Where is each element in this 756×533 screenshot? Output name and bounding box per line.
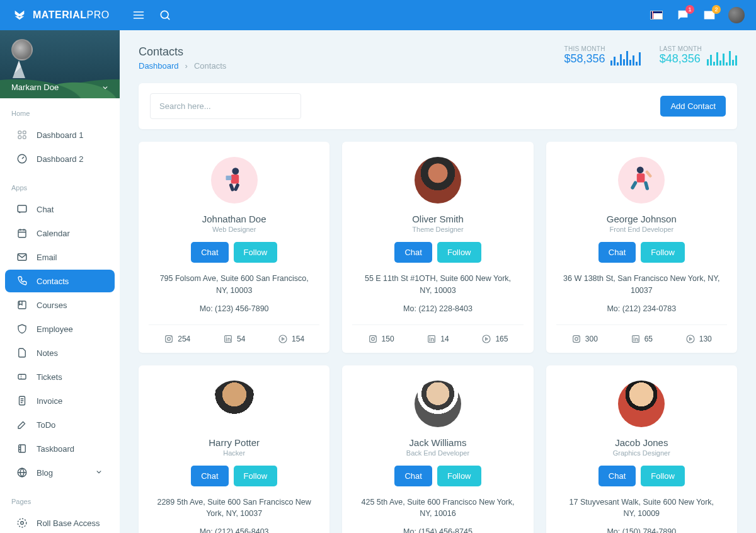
contact-stats: 300 65 130 (556, 324, 727, 353)
search-icon (159, 9, 171, 21)
follow-button[interactable]: Follow (641, 466, 685, 486)
language-selector[interactable] (649, 8, 664, 23)
menu-toggle[interactable] (131, 8, 146, 23)
follow-button[interactable]: Follow (437, 242, 481, 263)
hero-avatar[interactable] (11, 39, 33, 60)
stat-label: LAST MONTH (660, 45, 702, 52)
chevron-down-icon (94, 467, 103, 478)
phone-icon (16, 275, 28, 287)
sidebar-item-invoice[interactable]: Invoice (5, 389, 115, 412)
contact-avatar (211, 157, 258, 203)
mail-badge: 2 (712, 5, 721, 14)
mail-button[interactable]: 2 (702, 8, 717, 23)
svg-point-22 (232, 168, 239, 175)
instagram-icon (571, 334, 581, 344)
chat-button[interactable]: Chat (191, 242, 228, 263)
hero-user-dropdown[interactable]: Markarn Doe (11, 83, 110, 92)
contact-name: George Johnson (556, 214, 727, 224)
sidebar-item-taskboard[interactable]: Taskboard (5, 437, 115, 460)
follow-button[interactable]: Follow (437, 466, 481, 486)
sidebar-item-notes[interactable]: Notes (5, 341, 115, 364)
sidebar-item-chat[interactable]: Chat (5, 198, 115, 221)
contact-name: Harry Potter (149, 437, 319, 448)
flag-uk-icon (650, 11, 663, 20)
stat-last-month: LAST MONTH $48,356 (660, 45, 737, 66)
nav-label: Chat (37, 205, 54, 214)
brand-name: MATERIAL (33, 9, 86, 20)
svg-rect-31 (645, 170, 653, 178)
nav-label: Blog (37, 468, 53, 478)
chat-button[interactable]: Chat (394, 242, 432, 263)
search-toggle[interactable] (158, 8, 173, 23)
contact-phone: Mo: (150) 784-7890 (556, 527, 727, 533)
layers-icon (16, 443, 28, 454)
stat-instagram: 254 (149, 325, 205, 353)
messages-badge: 1 (685, 5, 694, 14)
instagram-icon (164, 334, 174, 344)
contact-role: Graphics Designer (556, 449, 727, 457)
sidebar-item-calendar[interactable]: Calendar (5, 222, 115, 244)
youtube-icon (685, 334, 696, 344)
add-contact-button[interactable]: Add Contact (660, 96, 726, 117)
shield-icon (16, 323, 28, 335)
follow-button[interactable]: Follow (641, 242, 685, 263)
sidebar: Markarn Doe HomeDashboard 1Dashboard 2Ap… (0, 30, 120, 533)
svg-rect-26 (226, 176, 231, 180)
chat-button[interactable]: Chat (394, 466, 432, 486)
chat-button[interactable]: Chat (598, 466, 636, 486)
sidebar-item-roll-base-access[interactable]: Roll Base Access (5, 512, 115, 533)
nav-label: Dashboard 2 (37, 154, 83, 164)
contact-stats: 150 14 165 (352, 324, 523, 353)
breadcrumb-link[interactable]: Dashboard (139, 61, 179, 71)
sidebar-item-dashboard-1[interactable]: Dashboard 1 (5, 123, 115, 146)
svg-rect-28 (637, 173, 645, 182)
contact-name: Jack Williams (352, 437, 523, 448)
nav-label: Tickets (37, 372, 62, 382)
stat-value: $48,356 (660, 52, 702, 66)
sparkline-icon (707, 49, 737, 66)
nav-heading: Apps (0, 179, 120, 197)
linkedin-icon (223, 334, 233, 344)
nav-label: Courses (37, 301, 67, 310)
nav-label: Calendar (37, 229, 70, 238)
youtube-icon (278, 334, 288, 344)
linkedin-icon (631, 334, 641, 344)
contact-name: Jacob Jones (556, 437, 727, 448)
main-content: Contacts Dashboard › Contacts THIS MONTH… (120, 30, 756, 533)
breadcrumb-sep: › (185, 61, 188, 71)
stat-this-month: THIS MONTH $58,356 (564, 45, 641, 66)
contact-role: Front End Developer (556, 226, 727, 233)
sidebar-item-employee[interactable]: Employee (5, 318, 115, 340)
calendar-icon (16, 227, 28, 239)
chat-button[interactable]: Chat (191, 466, 228, 486)
sidebar-item-blog[interactable]: Blog (5, 461, 115, 484)
follow-button[interactable]: Follow (234, 242, 278, 263)
nav-label: Contacts (37, 277, 69, 286)
brand-logo[interactable]: MATERIALPRO (0, 8, 120, 22)
messages-button[interactable]: 1 (675, 8, 690, 23)
sidebar-item-contacts[interactable]: Contacts (5, 270, 115, 292)
sidebar-item-tickets[interactable]: Tickets (5, 365, 115, 388)
stat-youtube: 165 (466, 325, 523, 353)
globe-icon (16, 467, 28, 478)
contact-card: Oliver Smith Theme Designer Chat Follow … (342, 142, 533, 353)
contact-address: 2289 5th Ave, Suite 600 San Francisco Ne… (149, 496, 319, 520)
stat-value: $58,356 (564, 52, 605, 66)
nav-label: Dashboard 1 (37, 130, 83, 140)
nav-label: Invoice (37, 396, 62, 406)
follow-button[interactable]: Follow (234, 466, 278, 486)
header-stats: THIS MONTH $58,356 LAST MONTH $48,356 (564, 45, 738, 66)
user-avatar[interactable] (728, 7, 745, 23)
sidebar-item-todo[interactable]: ToDo (5, 413, 115, 436)
sidebar-item-email[interactable]: Email (5, 246, 115, 268)
topbar: MATERIALPRO 1 2 (0, 0, 756, 30)
sidebar-item-dashboard-2[interactable]: Dashboard 2 (5, 147, 115, 170)
sidebar-item-courses[interactable]: Courses (5, 294, 115, 316)
chat-button[interactable]: Chat (598, 242, 636, 263)
contact-avatar (618, 381, 665, 427)
search-card: Add Contact (139, 83, 737, 129)
svg-rect-30 (644, 181, 650, 190)
stat-youtube: 130 (670, 325, 727, 353)
contact-card: Johnathan Doe Web Designer Chat Follow 7… (139, 142, 329, 353)
contact-search-input[interactable] (150, 93, 301, 119)
